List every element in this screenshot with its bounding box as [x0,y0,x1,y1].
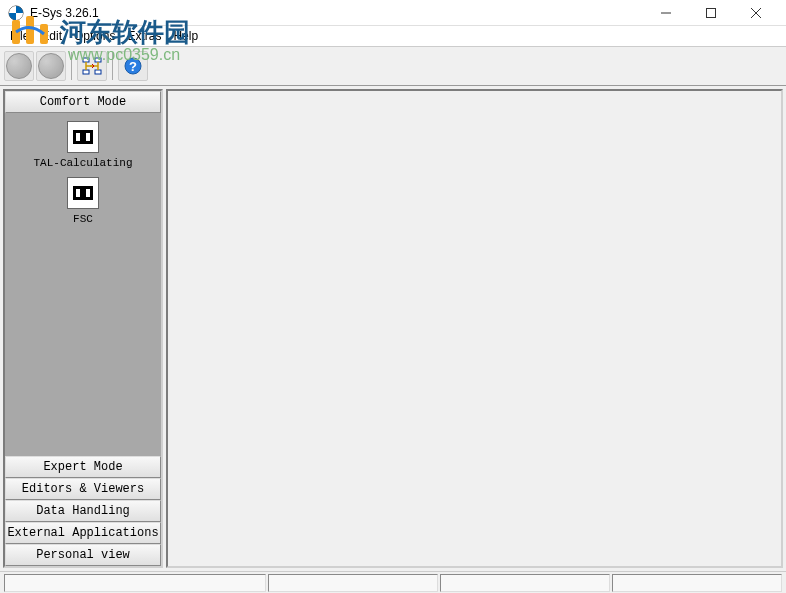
svg-text:?: ? [129,59,137,74]
connect-icon [81,55,103,77]
data-handling-button[interactable]: Data Handling [5,500,161,522]
status-panel-1 [268,574,438,592]
comfort-mode-header[interactable]: Comfort Mode [5,91,161,113]
toolbar: ? [0,46,786,86]
toolbar-separator [71,52,72,80]
tal-calculating-icon [67,121,99,153]
menu-help[interactable]: Help [167,27,204,45]
nav-back-button[interactable] [4,51,34,81]
svg-rect-6 [95,58,101,62]
expert-mode-button[interactable]: Expert Mode [5,456,161,478]
svg-rect-5 [83,58,89,62]
help-button[interactable]: ? [118,51,148,81]
personal-view-button[interactable]: Personal view [5,544,161,566]
nav-back-icon [6,53,32,79]
status-panel-3 [612,574,782,592]
nav-forward-button[interactable] [36,51,66,81]
main-container: Comfort Mode TAL-Calculating FSC Expert … [0,86,786,571]
maximize-button[interactable] [688,0,733,26]
svg-rect-7 [83,70,89,74]
titlebar: E-Sys 3.26.1 [0,0,786,26]
help-icon: ? [123,56,143,76]
menu-options[interactable]: Options [68,27,121,45]
connect-button[interactable] [77,51,107,81]
sidebar-item-tal-calculating[interactable]: TAL-Calculating [33,121,132,169]
status-panel-2 [440,574,610,592]
window-title: E-Sys 3.26.1 [30,6,643,20]
sidebar-item-fsc[interactable]: FSC [67,177,99,225]
menu-file[interactable]: File [4,27,35,45]
status-panel-main [4,574,266,592]
sidebar-item-label: FSC [73,213,93,225]
toolbar-separator [112,52,113,80]
sidebar: Comfort Mode TAL-Calculating FSC Expert … [3,89,163,568]
sidebar-item-label: TAL-Calculating [33,157,132,169]
editors-viewers-button[interactable]: Editors & Viewers [5,478,161,500]
menubar: File Edit Options Extras Help [0,26,786,46]
svg-rect-8 [95,70,101,74]
window-controls [643,0,778,26]
fsc-icon [67,177,99,209]
nav-forward-icon [38,53,64,79]
external-applications-button[interactable]: External Applications [5,522,161,544]
content-area [166,89,783,568]
menu-extras[interactable]: Extras [121,27,167,45]
menu-edit[interactable]: Edit [35,27,68,45]
svg-rect-2 [706,8,715,17]
statusbar [0,571,786,593]
close-button[interactable] [733,0,778,26]
comfort-mode-content: TAL-Calculating FSC [5,113,161,456]
app-icon [8,5,24,21]
minimize-button[interactable] [643,0,688,26]
